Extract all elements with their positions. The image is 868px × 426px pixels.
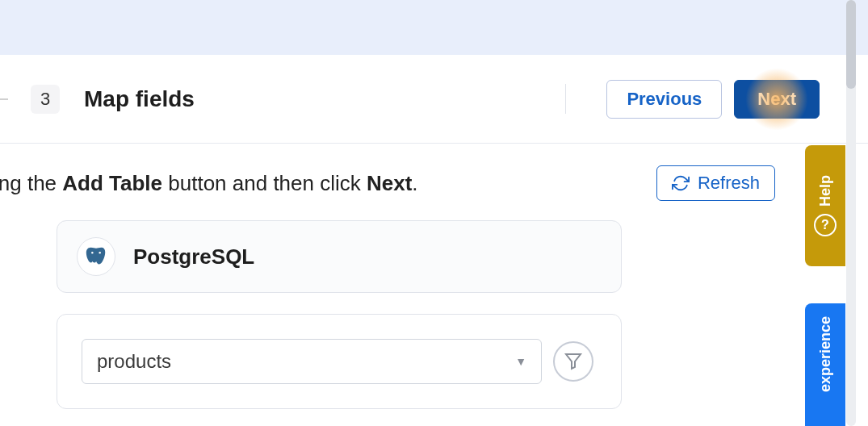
experience-tab[interactable]: experience [805, 303, 845, 426]
table-select[interactable]: products ▼ [82, 339, 542, 384]
svg-point-0 [91, 252, 93, 253]
source-name: PostgreSQL [133, 244, 254, 269]
step-title: Map fields [84, 86, 195, 112]
help-tab-label: Help [817, 175, 834, 207]
step-connector [0, 98, 8, 100]
wizard-step-bar: 3 Map fields Previous Next [0, 55, 868, 144]
svg-point-1 [99, 252, 100, 253]
scrollbar-thumb[interactable] [846, 0, 856, 89]
vertical-scrollbar[interactable] [846, 0, 856, 426]
refresh-button[interactable]: Refresh [656, 165, 775, 201]
filter-icon [564, 351, 583, 373]
content-area: ing the Add Table button and then click … [0, 144, 868, 409]
top-banner [0, 0, 868, 55]
help-tab[interactable]: Help ? [805, 145, 845, 266]
caret-down-icon: ▼ [515, 355, 526, 368]
source-card: PostgreSQL [57, 220, 622, 293]
svg-marker-2 [566, 354, 581, 369]
table-config-card: products ▼ [57, 314, 622, 409]
experience-tab-label: experience [817, 316, 834, 392]
table-select-value: products [97, 350, 171, 373]
postgresql-icon [77, 237, 115, 276]
step-number-badge: 3 [31, 85, 60, 114]
step-divider [565, 84, 566, 114]
previous-button[interactable]: Previous [606, 80, 722, 119]
refresh-icon [672, 174, 690, 192]
filter-button[interactable] [553, 341, 593, 382]
refresh-label: Refresh [698, 173, 760, 194]
help-icon: ? [814, 214, 837, 236]
